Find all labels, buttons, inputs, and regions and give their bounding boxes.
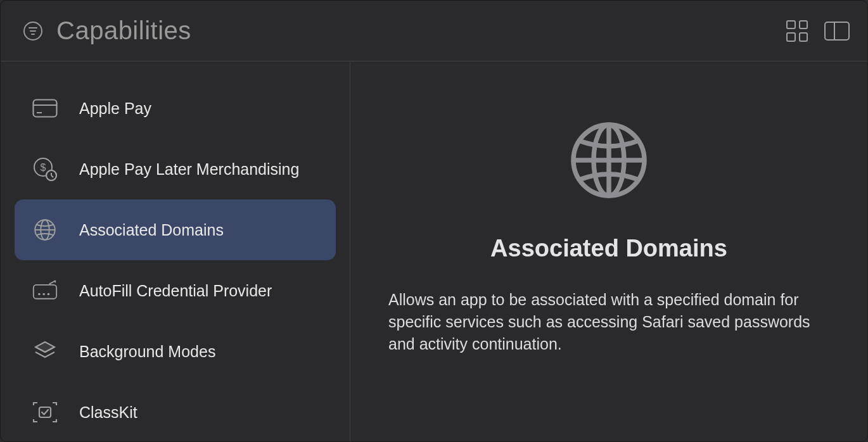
sidebar-item-apple-pay[interactable]: Apple Pay [15,78,336,139]
credential-card-icon [32,279,58,302]
sidebar-item-label: Background Modes [79,343,215,361]
svg-text:$: $ [41,162,46,173]
header-left: Capabilities [23,16,191,45]
detail-title: Associated Domains [490,235,727,262]
sidebar-item-background-modes[interactable]: Background Modes [15,321,336,382]
sidebar-item-apple-pay-later[interactable]: $ Apple Pay Later Merchandising [15,139,336,199]
detail-panel: Associated Domains Allows an app to be a… [350,61,867,441]
sidebar-item-label: Apple Pay Later Merchandising [79,160,299,179]
header-bar: Capabilities [1,1,867,61]
sidebar-item-label: Apple Pay [79,99,151,118]
svg-rect-0 [34,100,57,117]
header-right [786,20,850,42]
svg-rect-17 [39,407,51,417]
sidebar: Apple Pay $ Apple Pay Later Merchandisin… [1,61,350,441]
svg-point-15 [48,293,50,296]
dollar-clock-icon: $ [32,158,58,180]
detail-description: Allows an app to be associated with a sp… [386,289,832,355]
sidebar-item-label: AutoFill Credential Provider [79,282,272,300]
svg-rect-12 [34,285,56,299]
layers-icon [32,340,58,363]
sidebar-item-classkit[interactable]: ClassKit [15,382,336,441]
sidebar-item-label: ClassKit [79,403,137,422]
sidebar-item-label: Associated Domains [79,221,224,239]
globe-icon [32,218,58,241]
checkbox-frame-icon [32,401,58,424]
svg-point-14 [42,293,45,296]
sidebar-item-autofill-credential[interactable]: AutoFill Credential Provider [15,260,336,321]
credit-card-icon [32,97,58,120]
grid-view-icon[interactable] [786,20,808,42]
page-title: Capabilities [56,16,191,45]
filter-icon[interactable] [23,22,42,41]
svg-point-13 [38,293,41,296]
sidebar-item-associated-domains[interactable]: Associated Domains [15,199,336,260]
globe-large-icon [568,120,649,203]
body: Apple Pay $ Apple Pay Later Merchandisin… [1,61,867,441]
column-view-icon[interactable] [824,22,850,41]
